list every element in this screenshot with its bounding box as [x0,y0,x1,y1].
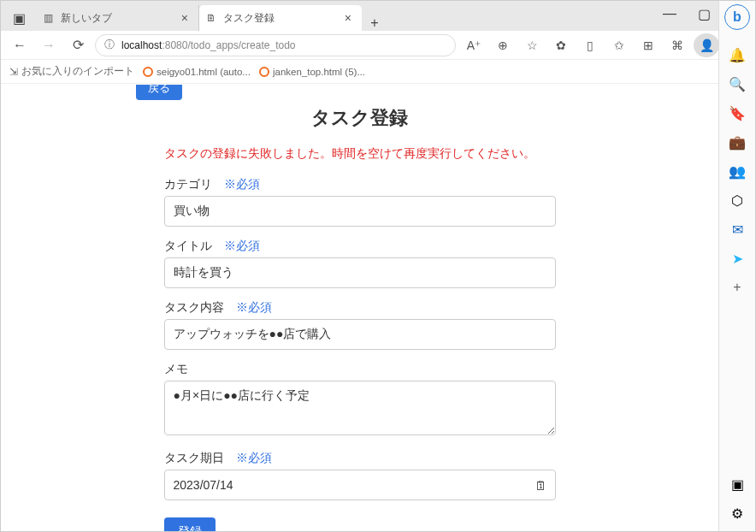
task-form-card: タスク登録 タスクの登録に失敗しました。時間を空けて再度実行してください。 カテ… [144,93,576,531]
submit-button[interactable]: 登録 [164,517,216,531]
tab-label: 新しいタブ [61,11,112,26]
settings-gear-icon[interactable]: ⚙ [729,505,745,521]
field-due-date: タスク期日 ※必須 🗓 [164,451,556,500]
import-favorites-button[interactable]: ⇲ お気に入りのインポート [9,65,134,78]
outlook-icon[interactable]: ✉ [729,222,745,237]
bing-chat-icon[interactable]: b [724,4,750,30]
calendar-icon[interactable]: 🗓 [535,478,547,493]
label-memo: メモ [164,362,188,377]
favorite-label: seigyo01.html (auto... [157,67,251,77]
favorite-label: janken_top.html (5)... [273,67,365,77]
favorites-bar: ⇲ お気に入りのインポート seigyo01.html (auto... jan… [1,60,755,84]
label-title: タイトル [164,239,212,254]
tag-icon[interactable]: 🔖 [729,105,745,121]
tab-panel-icon[interactable]: ▣ [6,10,32,27]
address-bar: ← → ⟳ ⓘ localhost:8080/todo_apps/create_… [1,31,755,60]
page-title: タスク登録 [164,105,556,131]
label-category: カテゴリ [164,177,212,192]
favorites-list-icon[interactable]: ✩ [606,33,632,57]
memo-textarea[interactable] [164,381,556,435]
briefcase-icon[interactable]: 💼 [729,134,745,150]
required-badge: ※必須 [224,177,260,192]
html-file-icon [259,67,269,77]
field-category: カテゴリ ※必須 [164,177,556,227]
window-maximize-icon[interactable]: ▢ [687,1,721,27]
read-aloud-icon[interactable]: A⁺ [461,33,487,57]
search-icon[interactable]: 🔍 [729,76,745,92]
due-date-input[interactable] [164,470,556,500]
close-tab-icon[interactable]: × [343,11,353,25]
browser-tab-1[interactable]: ▥ 新しいタブ × [37,5,199,31]
field-title: タイトル ※必須 [164,239,556,288]
forward-button-icon: → [37,33,61,57]
tab-favicon: ▥ [44,12,56,24]
url-path: :8080/todo_apps/create_todo [162,39,295,51]
browser-tab-2-active[interactable]: 🗎 タスク登録 × [199,5,362,31]
profile-avatar[interactable]: 👤 [694,33,719,57]
label-content: タスク内容 [164,300,224,316]
zoom-icon[interactable]: ⊕ [490,33,516,57]
field-content: タスク内容 ※必須 [164,300,556,350]
tab-favicon: 🗎 [206,12,218,24]
extension-icon[interactable]: ✿ [548,33,574,57]
url-host: localhost [121,39,162,51]
import-icon: ⇲ [9,66,18,78]
required-badge: ※必須 [236,451,272,466]
site-info-icon[interactable]: ⓘ [104,38,115,52]
title-input[interactable] [164,257,556,288]
field-memo: メモ [164,362,556,439]
favorite-link-1[interactable]: seigyo01.html (auto... [143,67,251,77]
content-input[interactable] [164,319,556,350]
office-icon[interactable]: ⬡ [729,192,745,208]
edge-sidebar: b 🔔 🔍 🔖 💼 👥 ⬡ ✉ ➤ + ▣ ⚙ [718,1,755,531]
required-badge: ※必須 [224,239,260,254]
app-icon[interactable]: ⊞ [635,33,661,57]
collections-icon[interactable]: ▯ [577,33,603,57]
sidebar-panel-icon[interactable]: ▣ [729,476,745,492]
notification-bell-icon[interactable]: 🔔 [729,47,745,62]
heart-icon[interactable]: ⌘ [664,33,690,57]
window-titlebar: ▣ ▥ 新しいタブ × 🗎 タスク登録 × + — ▢ ✕ [1,1,755,31]
add-app-icon[interactable]: + [729,280,745,295]
refresh-icon[interactable]: ⟳ [66,33,90,57]
error-message: タスクの登録に失敗しました。時間を空けて再度実行してください。 [164,146,556,162]
new-tab-button[interactable]: + [362,15,387,31]
people-icon[interactable]: 👥 [729,163,745,179]
html-file-icon [143,67,153,77]
window-minimize-icon[interactable]: — [653,1,687,27]
category-input[interactable] [164,196,556,227]
telegram-icon[interactable]: ➤ [729,251,745,266]
favorite-link-2[interactable]: janken_top.html (5)... [259,67,365,77]
url-input[interactable]: ⓘ localhost:8080/todo_apps/create_todo [95,34,456,56]
label-due: タスク期日 [164,451,224,466]
page-viewport: 戻る タスク登録 タスクの登録に失敗しました。時間を空けて再度実行してください。… [1,85,718,531]
import-label: お気に入りのインポート [21,65,134,78]
back-page-button[interactable]: 戻る [136,85,182,100]
favorite-star-icon[interactable]: ☆ [519,33,545,57]
close-tab-icon[interactable]: × [180,11,190,25]
tab-label: タスク登録 [223,11,275,26]
back-button-icon[interactable]: ← [8,33,32,57]
required-badge: ※必須 [236,300,272,316]
